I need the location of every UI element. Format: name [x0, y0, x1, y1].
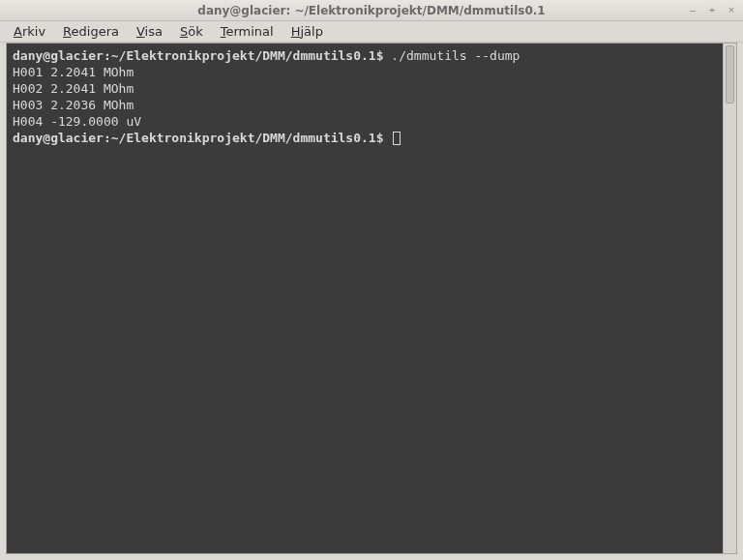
titlebar: dany@glacier: ~/Elektronikprojekt/DMM/dm…: [0, 0, 743, 21]
minimize-button[interactable]: –: [685, 2, 700, 17]
output-line: H004 -129.0000 uV: [13, 114, 141, 129]
terminal[interactable]: dany@glacier:~/Elektronikprojekt/DMM/dmm…: [7, 44, 723, 553]
output-line: H002 2.2041 MOhm: [13, 81, 134, 96]
scrollbar-thumb[interactable]: [726, 45, 734, 103]
cursor-icon: [393, 132, 401, 145]
menu-hjalp[interactable]: Hjälp: [285, 22, 329, 41]
output-line: H003 2.2036 MOhm: [13, 98, 134, 112]
terminal-frame: dany@glacier:~/Elektronikprojekt/DMM/dmm…: [6, 43, 737, 554]
prompt: dany@glacier:~/Elektronikprojekt/DMM/dmm…: [13, 131, 384, 145]
menu-arkiv[interactable]: Arkiv: [8, 22, 51, 41]
menu-terminal[interactable]: Terminal: [215, 22, 280, 41]
output-line: H001 2.2041 MOhm: [13, 65, 134, 79]
window-title: dany@glacier: ~/Elektronikprojekt/DMM/dm…: [197, 4, 545, 17]
menu-redigera[interactable]: Redigera: [57, 22, 125, 41]
maximize-button[interactable]: +: [704, 2, 720, 17]
prompt: dany@glacier:~/Elektronikprojekt/DMM/dmm…: [13, 48, 384, 63]
command-text: ./dmmutils --dump: [384, 48, 520, 63]
window-controls: – + ×: [685, 2, 739, 17]
close-button[interactable]: ×: [724, 2, 739, 17]
menu-visa[interactable]: Visa: [131, 22, 168, 41]
menu-sok[interactable]: Sök: [174, 22, 209, 41]
menubar: Arkiv Redigera Visa Sök Terminal Hjälp: [0, 21, 743, 43]
scrollbar[interactable]: [723, 44, 736, 553]
